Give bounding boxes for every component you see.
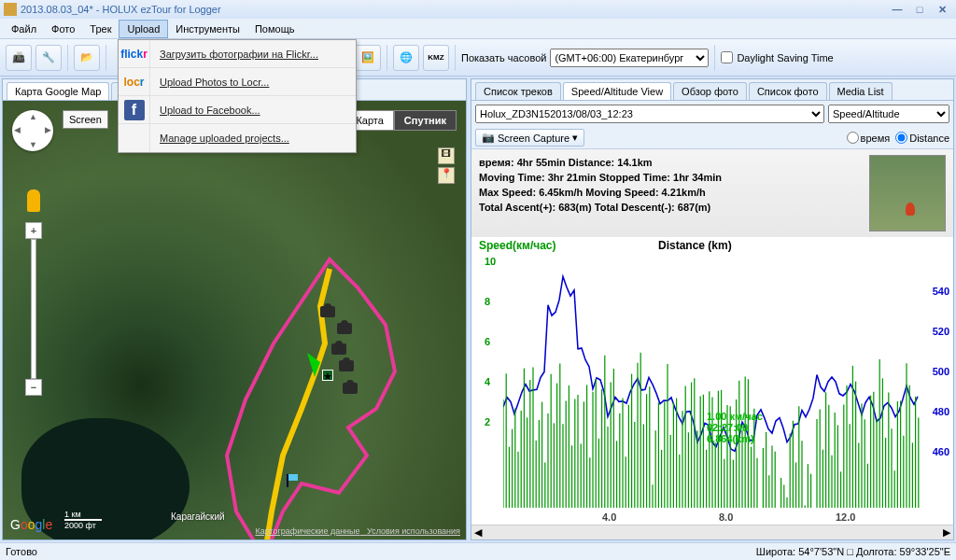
map-type-satellite[interactable]: Спутник xyxy=(394,110,457,131)
menu-track[interactable]: Трек xyxy=(82,21,119,37)
tool-open-icon[interactable]: 📂 xyxy=(74,45,100,71)
menu-file[interactable]: Файл xyxy=(4,21,44,37)
screen-capture-button[interactable]: 📷 Screen Capture ▾ xyxy=(475,129,584,147)
status-lat: Широта: 54°7'53"N xyxy=(756,546,844,557)
tool-earth-icon[interactable]: 🌐 xyxy=(393,45,419,71)
google-logo: Google xyxy=(10,517,52,532)
screen-button[interactable]: Screen xyxy=(63,110,108,129)
dst-label: Daylight Saving Time xyxy=(737,52,833,63)
track-select[interactable]: Holux_ZD3N152013/08/03_12:23 xyxy=(475,105,824,123)
flag-marker[interactable] xyxy=(287,474,300,487)
stat-line-3: Max Speed: 6.45km/h Moving Speed: 4.21km… xyxy=(479,185,864,200)
timezone-label: Показать часовой xyxy=(461,52,546,63)
pan-control[interactable]: ▲▼ ◀▶ xyxy=(12,110,53,151)
chart-scrollbar[interactable]: ◀▶ xyxy=(471,525,953,539)
right-panel: Список треков Speed/Altitude View Обзор … xyxy=(471,78,954,540)
maximize-button[interactable]: □ xyxy=(909,3,930,16)
camera-marker[interactable] xyxy=(331,343,346,355)
facebook-icon: f xyxy=(119,96,150,124)
chart-ylabel: Speed(км/час) xyxy=(479,239,556,252)
tool-config-icon[interactable]: 🔧 xyxy=(35,45,62,71)
menu-tools[interactable]: Инструменты xyxy=(168,21,247,37)
menubar: Файл Фото Трек Upload Инструменты Помощь xyxy=(0,19,956,39)
radio-time[interactable]: время xyxy=(847,132,891,144)
map-view[interactable]: ★ ▲▼ ◀▶ + − Screen Карта xyxy=(3,101,466,539)
track-overlay xyxy=(3,101,466,539)
window-title: 2013.08.03_04* - HOLUX ezTour for Logger xyxy=(21,4,221,15)
tool-photo-icon[interactable]: 🖼️ xyxy=(355,45,381,71)
camera-marker[interactable] xyxy=(320,306,335,317)
tab-google-map[interactable]: Карта Google Map xyxy=(7,82,109,100)
locr-icon: locr xyxy=(119,68,150,96)
upload-flickr-label: Загрузить фотографии на Flickr... xyxy=(150,49,328,60)
timezone-select[interactable]: (GMT+06:00) Екатеринбург xyxy=(550,49,709,67)
statusbar: Готово Широта: 54°7'53"N □ Долгота: 59°3… xyxy=(0,542,956,560)
tab-photo-list[interactable]: Список фото xyxy=(749,82,827,100)
radio-distance[interactable]: Distance xyxy=(895,132,949,144)
upload-manage-label: Manage uploaded projects... xyxy=(150,133,299,144)
speed-altitude-chart[interactable]: Speed(км/час) Distance (km) 10 8 6 xyxy=(471,237,953,525)
status-lon: Долгота: 59°33'25"E xyxy=(856,546,950,557)
titlebar: 2013.08.03_04* - HOLUX ezTour for Logger… xyxy=(0,0,956,19)
zoom-control[interactable]: + − xyxy=(25,222,42,396)
tab-photo-review[interactable]: Обзор фото xyxy=(673,82,747,100)
stat-line-4: Total Ascent(+): 683(m) Total Descent(-)… xyxy=(479,200,864,215)
manage-icon xyxy=(119,124,150,152)
map-scale: 1 км 2000 фт xyxy=(64,510,102,530)
close-button[interactable]: ✕ xyxy=(932,3,952,16)
upload-manage-item[interactable]: Manage uploaded projects... xyxy=(119,124,356,152)
tab-media-list[interactable]: Media List xyxy=(829,82,893,100)
tab-track-list[interactable]: Список треков xyxy=(475,82,561,100)
star-marker[interactable]: ★ xyxy=(322,370,333,381)
chart-annotation: 1.00 км/час02:27:006.864(km) xyxy=(707,411,763,444)
map-attribution[interactable]: Картографические данные Условия использо… xyxy=(255,526,460,536)
zoom-out-button[interactable]: − xyxy=(25,379,42,396)
menu-upload[interactable]: Upload xyxy=(119,20,168,38)
status-ready: Готово xyxy=(6,546,37,557)
minimize-button[interactable]: — xyxy=(887,3,907,16)
tab-speed-altitude[interactable]: Speed/Altitude View xyxy=(563,82,671,100)
map-place-label: Карагайский xyxy=(171,511,225,522)
tool-scanner-icon[interactable]: 📠 xyxy=(6,45,32,71)
stat-line-2: Moving Time: 3hr 21min Stopped Time: 1hr… xyxy=(479,170,864,185)
zoom-in-button[interactable]: + xyxy=(25,222,42,239)
upload-locr-label: Upload Photos to Locr... xyxy=(150,77,278,88)
upload-flickr-item[interactable]: flickr Загрузить фотографии на Flickr... xyxy=(119,40,356,68)
pegman-icon[interactable] xyxy=(27,189,40,212)
upload-facebook-label: Upload to Facebook... xyxy=(150,105,270,116)
camera-marker[interactable] xyxy=(339,360,354,371)
map-film-icon[interactable]: 🎞 xyxy=(438,147,455,164)
flickr-icon: flickr xyxy=(119,40,150,68)
app-icon xyxy=(4,3,17,16)
menu-help[interactable]: Помощь xyxy=(247,21,302,37)
camera-marker[interactable] xyxy=(337,323,352,334)
map-pin-icon[interactable]: 📍 xyxy=(438,167,455,184)
upload-locr-item[interactable]: locr Upload Photos to Locr... xyxy=(119,68,356,96)
photo-thumbnail[interactable] xyxy=(869,155,946,231)
yaxis-select[interactable]: Speed/Altitude xyxy=(828,105,949,123)
map-type-switch: Карта Спутник xyxy=(345,110,457,131)
camera-marker[interactable] xyxy=(343,383,358,394)
dst-checkbox[interactable] xyxy=(721,51,733,63)
chart-xlabel: Distance (km) xyxy=(658,239,732,252)
upload-facebook-item[interactable]: f Upload to Facebook... xyxy=(119,96,356,124)
tool-kmz-icon[interactable]: KMZ xyxy=(423,45,449,71)
upload-dropdown: flickr Загрузить фотографии на Flickr...… xyxy=(118,39,357,153)
menu-photo[interactable]: Фото xyxy=(44,21,82,37)
stats-box: время: 4hr 55min Distance: 14.1km Moving… xyxy=(471,149,953,237)
stat-line-1: время: 4hr 55min Distance: 14.1km xyxy=(479,155,864,170)
